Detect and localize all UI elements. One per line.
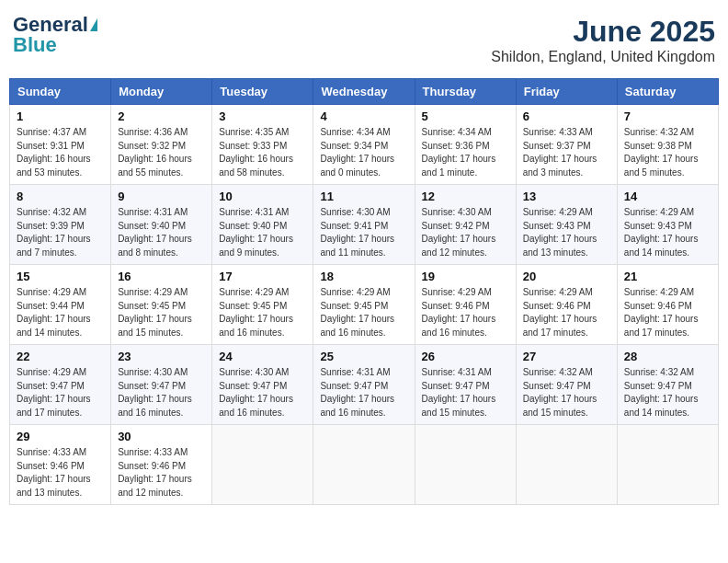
day-info: Sunrise: 4:33 AM Sunset: 9:46 PM Dayligh… bbox=[17, 446, 104, 500]
calendar-cell: 12Sunrise: 4:30 AM Sunset: 9:42 PM Dayli… bbox=[415, 185, 516, 265]
day-number: 11 bbox=[320, 190, 407, 203]
calendar-cell: 14Sunrise: 4:29 AM Sunset: 9:43 PM Dayli… bbox=[617, 185, 718, 265]
day-number: 22 bbox=[17, 350, 104, 363]
day-number: 23 bbox=[118, 350, 205, 363]
calendar-cell: 23Sunrise: 4:30 AM Sunset: 9:47 PM Dayli… bbox=[111, 345, 212, 425]
calendar-cell: 6Sunrise: 4:33 AM Sunset: 9:37 PM Daylig… bbox=[516, 105, 617, 185]
logo-text-blue: Blue bbox=[13, 35, 57, 55]
day-number: 28 bbox=[624, 350, 711, 363]
calendar-cell bbox=[313, 425, 415, 505]
logo-triangle-icon bbox=[90, 18, 97, 31]
day-number: 7 bbox=[624, 109, 711, 123]
day-number: 30 bbox=[118, 430, 205, 443]
day-info: Sunrise: 4:33 AM Sunset: 9:46 PM Dayligh… bbox=[118, 446, 205, 500]
calendar-cell: 27Sunrise: 4:32 AM Sunset: 9:47 PM Dayli… bbox=[516, 345, 617, 425]
calendar-cell: 5Sunrise: 4:34 AM Sunset: 9:36 PM Daylig… bbox=[415, 105, 516, 185]
calendar-cell: 21Sunrise: 4:29 AM Sunset: 9:46 PM Dayli… bbox=[617, 265, 718, 345]
calendar-cell: 24Sunrise: 4:30 AM Sunset: 9:47 PM Dayli… bbox=[212, 345, 313, 425]
column-header-tuesday: Tuesday bbox=[212, 79, 313, 105]
day-info: Sunrise: 4:29 AM Sunset: 9:45 PM Dayligh… bbox=[219, 286, 306, 339]
day-number: 5 bbox=[422, 109, 509, 123]
day-number: 16 bbox=[118, 270, 205, 283]
day-info: Sunrise: 4:30 AM Sunset: 9:41 PM Dayligh… bbox=[320, 206, 407, 259]
day-number: 19 bbox=[422, 270, 509, 283]
day-number: 29 bbox=[17, 430, 104, 443]
day-number: 24 bbox=[219, 350, 306, 363]
day-number: 2 bbox=[118, 109, 205, 123]
calendar-header-row: SundayMondayTuesdayWednesdayThursdayFrid… bbox=[10, 79, 719, 105]
day-number: 1 bbox=[17, 109, 104, 123]
calendar-cell: 8Sunrise: 4:32 AM Sunset: 9:39 PM Daylig… bbox=[10, 185, 111, 265]
calendar-cell: 3Sunrise: 4:35 AM Sunset: 9:33 PM Daylig… bbox=[212, 105, 313, 185]
day-info: Sunrise: 4:32 AM Sunset: 9:38 PM Dayligh… bbox=[624, 126, 711, 179]
calendar-cell bbox=[617, 425, 718, 505]
column-header-wednesday: Wednesday bbox=[313, 79, 415, 105]
calendar-cell: 13Sunrise: 4:29 AM Sunset: 9:43 PM Dayli… bbox=[516, 185, 617, 265]
day-info: Sunrise: 4:29 AM Sunset: 9:44 PM Dayligh… bbox=[17, 286, 104, 339]
day-info: Sunrise: 4:36 AM Sunset: 9:32 PM Dayligh… bbox=[118, 126, 205, 179]
day-info: Sunrise: 4:32 AM Sunset: 9:39 PM Dayligh… bbox=[17, 206, 104, 259]
column-header-monday: Monday bbox=[111, 79, 212, 105]
calendar-cell: 9Sunrise: 4:31 AM Sunset: 9:40 PM Daylig… bbox=[111, 185, 212, 265]
calendar-cell: 2Sunrise: 4:36 AM Sunset: 9:32 PM Daylig… bbox=[111, 105, 212, 185]
calendar-cell: 26Sunrise: 4:31 AM Sunset: 9:47 PM Dayli… bbox=[415, 345, 516, 425]
day-info: Sunrise: 4:29 AM Sunset: 9:47 PM Dayligh… bbox=[17, 366, 104, 419]
location-title: Shildon, England, United Kingdom bbox=[491, 49, 715, 65]
header: General Blue June 2025 Shildon, England,… bbox=[9, 9, 719, 71]
calendar-cell bbox=[516, 425, 617, 505]
day-number: 8 bbox=[17, 190, 104, 203]
calendar-cell: 17Sunrise: 4:29 AM Sunset: 9:45 PM Dayli… bbox=[212, 265, 313, 345]
day-info: Sunrise: 4:29 AM Sunset: 9:45 PM Dayligh… bbox=[320, 286, 407, 339]
day-info: Sunrise: 4:29 AM Sunset: 9:43 PM Dayligh… bbox=[523, 206, 610, 259]
month-title: June 2025 bbox=[491, 15, 715, 49]
column-header-friday: Friday bbox=[516, 79, 617, 105]
calendar-cell: 18Sunrise: 4:29 AM Sunset: 9:45 PM Dayli… bbox=[313, 265, 415, 345]
day-info: Sunrise: 4:30 AM Sunset: 9:47 PM Dayligh… bbox=[118, 366, 205, 419]
day-info: Sunrise: 4:29 AM Sunset: 9:43 PM Dayligh… bbox=[624, 206, 711, 259]
day-info: Sunrise: 4:31 AM Sunset: 9:40 PM Dayligh… bbox=[219, 206, 306, 259]
day-info: Sunrise: 4:32 AM Sunset: 9:47 PM Dayligh… bbox=[523, 366, 610, 419]
day-number: 6 bbox=[523, 109, 610, 123]
day-info: Sunrise: 4:31 AM Sunset: 9:40 PM Dayligh… bbox=[118, 206, 205, 259]
day-number: 4 bbox=[320, 109, 407, 123]
day-info: Sunrise: 4:30 AM Sunset: 9:47 PM Dayligh… bbox=[219, 366, 306, 419]
calendar-cell: 16Sunrise: 4:29 AM Sunset: 9:45 PM Dayli… bbox=[111, 265, 212, 345]
day-info: Sunrise: 4:29 AM Sunset: 9:46 PM Dayligh… bbox=[422, 286, 509, 339]
day-number: 26 bbox=[422, 350, 509, 363]
calendar-cell: 7Sunrise: 4:32 AM Sunset: 9:38 PM Daylig… bbox=[617, 105, 718, 185]
calendar-cell: 29Sunrise: 4:33 AM Sunset: 9:46 PM Dayli… bbox=[10, 425, 111, 505]
day-number: 21 bbox=[624, 270, 711, 283]
day-info: Sunrise: 4:30 AM Sunset: 9:42 PM Dayligh… bbox=[422, 206, 509, 259]
day-number: 3 bbox=[219, 109, 306, 123]
calendar-cell: 30Sunrise: 4:33 AM Sunset: 9:46 PM Dayli… bbox=[111, 425, 212, 505]
title-area: June 2025 Shildon, England, United Kingd… bbox=[491, 15, 715, 65]
day-info: Sunrise: 4:37 AM Sunset: 9:31 PM Dayligh… bbox=[17, 126, 104, 179]
calendar-cell: 25Sunrise: 4:31 AM Sunset: 9:47 PM Dayli… bbox=[313, 345, 415, 425]
calendar-cell: 19Sunrise: 4:29 AM Sunset: 9:46 PM Dayli… bbox=[415, 265, 516, 345]
day-info: Sunrise: 4:29 AM Sunset: 9:45 PM Dayligh… bbox=[118, 286, 205, 339]
calendar-cell: 10Sunrise: 4:31 AM Sunset: 9:40 PM Dayli… bbox=[212, 185, 313, 265]
calendar-week-row: 1Sunrise: 4:37 AM Sunset: 9:31 PM Daylig… bbox=[10, 105, 719, 185]
calendar-cell: 4Sunrise: 4:34 AM Sunset: 9:34 PM Daylig… bbox=[313, 105, 415, 185]
day-number: 27 bbox=[523, 350, 610, 363]
day-number: 12 bbox=[422, 190, 509, 203]
day-number: 18 bbox=[320, 270, 407, 283]
calendar-cell: 11Sunrise: 4:30 AM Sunset: 9:41 PM Dayli… bbox=[313, 185, 415, 265]
day-info: Sunrise: 4:29 AM Sunset: 9:46 PM Dayligh… bbox=[624, 286, 711, 339]
day-number: 9 bbox=[118, 190, 205, 203]
day-number: 13 bbox=[523, 190, 610, 203]
day-info: Sunrise: 4:31 AM Sunset: 9:47 PM Dayligh… bbox=[422, 366, 509, 419]
calendar-cell bbox=[415, 425, 516, 505]
column-header-sunday: Sunday bbox=[10, 79, 111, 105]
logo: General Blue bbox=[13, 15, 97, 55]
calendar-week-row: 8Sunrise: 4:32 AM Sunset: 9:39 PM Daylig… bbox=[10, 185, 719, 265]
calendar-cell: 1Sunrise: 4:37 AM Sunset: 9:31 PM Daylig… bbox=[10, 105, 111, 185]
calendar-cell: 28Sunrise: 4:32 AM Sunset: 9:47 PM Dayli… bbox=[617, 345, 718, 425]
day-number: 10 bbox=[219, 190, 306, 203]
day-number: 20 bbox=[523, 270, 610, 283]
calendar-cell: 22Sunrise: 4:29 AM Sunset: 9:47 PM Dayli… bbox=[10, 345, 111, 425]
calendar-cell bbox=[212, 425, 313, 505]
day-number: 17 bbox=[219, 270, 306, 283]
day-number: 25 bbox=[320, 350, 407, 363]
calendar-cell: 20Sunrise: 4:29 AM Sunset: 9:46 PM Dayli… bbox=[516, 265, 617, 345]
